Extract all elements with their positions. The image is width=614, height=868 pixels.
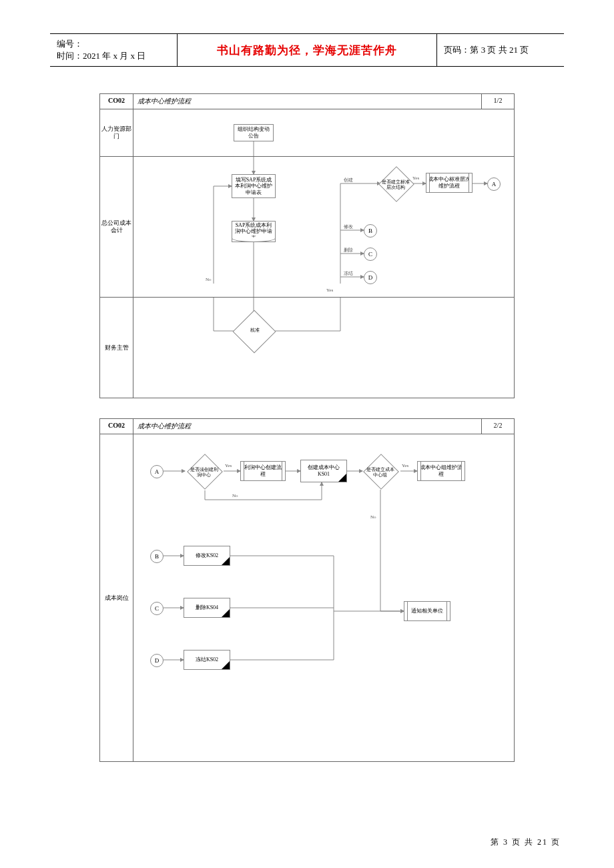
connector-b-out: B: [364, 224, 377, 238]
label-delete: 删除: [344, 247, 353, 254]
node-org-change: 组织结构变动公告: [234, 124, 274, 141]
header-page: 页码：第 3 页 共 21 页: [437, 34, 564, 67]
time-label: 时间：: [57, 51, 83, 61]
connector-d-in: D: [150, 654, 164, 667]
label-yes-std: Yes: [412, 175, 419, 181]
time-value: 2021 年 x 月 x 日: [83, 51, 145, 61]
flow1-page: 1/2: [481, 94, 514, 109]
node-notify: 通知相关单位: [404, 601, 450, 621]
node-approve: 核准: [232, 310, 276, 353]
node-fill-form: 填写SAP系统成本利润中心维护申请表: [232, 174, 276, 198]
page-value: 第 3 页 共 21 页: [470, 45, 529, 55]
page-footer: 第 3 页 共 21 页: [491, 837, 561, 848]
node-std-proc: 成本中心标准层次维护流程: [426, 173, 473, 193]
label-modify: 修改: [344, 224, 353, 230]
header-motto: 书山有路勤为径，学海无涯苦作舟: [177, 34, 437, 67]
flow2-code: CO02: [100, 419, 133, 434]
flow1-lane3-label: 财务主管: [100, 298, 133, 398]
node-freeze-ks02: 冻结KS02: [184, 650, 230, 670]
node-group-proc: 成本中心组维护流程: [417, 461, 465, 481]
node-delete-ks04: 删除KS04: [184, 598, 230, 618]
label-freeze: 冻结: [344, 270, 353, 277]
node-modify-ks02: 修改KS02: [184, 546, 230, 566]
node-sap-doc: SAP系统成本利润中心维护申请表: [232, 221, 276, 242]
node-std-decision: 是否建立标准层次结构: [378, 166, 414, 202]
label-yes-group: Yes: [402, 463, 408, 468]
node-create-ks01: 创建成本中心KS01: [300, 460, 347, 482]
flowchart-1: CO02 成本中心维护流程 1/2 人力资源部门 组织结构变动公告 总公司成本会…: [99, 93, 515, 398]
flow1-lane2-label: 总公司成本会计: [100, 157, 133, 297]
node-profit-decision: 是否须创建利润中心: [187, 454, 223, 490]
node-profit-proc: 利润中心创建流程: [240, 461, 286, 481]
page-header: 编号： 时间：2021 年 x 月 x 日 书山有路勤为径，学海无涯苦作舟 页码…: [50, 33, 564, 67]
label-yes-branch: Yes: [326, 288, 333, 293]
label-create: 创建: [344, 177, 353, 183]
page-label: 页码：: [444, 45, 470, 55]
header-left: 编号： 时间：2021 年 x 月 x 日: [50, 34, 177, 67]
flow2-lane1-label: 成本岗位: [100, 434, 133, 761]
connector-b-in: B: [150, 550, 164, 563]
label-no-group: No: [370, 514, 376, 520]
flow2-page: 2/2: [481, 419, 514, 434]
connector-a-in: A: [150, 465, 164, 478]
connector-d-out: D: [364, 271, 377, 284]
label-no-profit: No: [232, 493, 238, 498]
flow1-title: 成本中心维护流程: [133, 94, 481, 109]
flow1-lane1-label: 人力资源部门: [100, 109, 133, 156]
bianhao-label: 编号：: [57, 39, 83, 49]
flow1-code: CO02: [100, 94, 133, 109]
connector-c-out: C: [364, 248, 377, 261]
flow2-title: 成本中心维护流程: [133, 419, 481, 434]
label-yes-profit: Yes: [225, 463, 232, 468]
label-no-back: No: [206, 277, 212, 282]
connector-c-in: C: [150, 602, 164, 615]
node-group-decision: 是否建立成本中心组: [363, 454, 399, 490]
connector-a-out: A: [487, 177, 501, 191]
flowchart-2: CO02 成本中心维护流程 2/2 成本岗位: [99, 418, 515, 762]
